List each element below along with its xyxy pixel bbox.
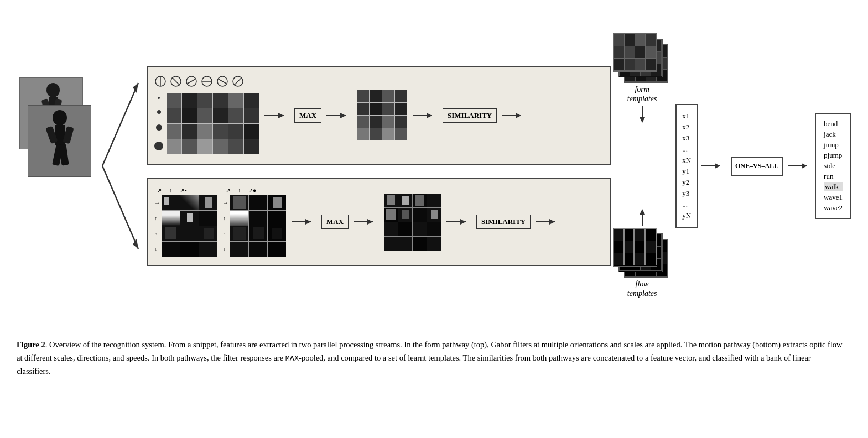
similarity-arrow-right-svg	[499, 107, 527, 124]
max-label-bottom: MAX	[321, 215, 349, 229]
flow-grid-small-wrapper: ↗↑↗ →↑←↓	[154, 195, 217, 257]
dot-small	[158, 97, 160, 99]
input-images	[17, 50, 97, 282]
flow-grids-section: • ↗↑↗ →↑←↓	[154, 187, 286, 257]
direction-labels-top2: ↗↑↗	[226, 187, 253, 194]
label-jump: jump	[824, 140, 843, 149]
figure-number: Figure 2	[17, 340, 45, 349]
label-run: run	[824, 172, 843, 181]
flow-grid-small-container: • ↗↑↗ →↑←↓	[154, 187, 217, 257]
diagram-wrapper: MAX	[17, 11, 851, 321]
one-vs-all-arrow	[701, 158, 729, 174]
dot-large	[156, 124, 162, 131]
svg-line-16	[102, 166, 138, 249]
scale-dots	[154, 92, 163, 156]
form-template-stack	[613, 33, 671, 83]
form-templates-label: formtemplates	[627, 85, 657, 104]
label-bend: bend	[824, 119, 843, 128]
dot-xlarge	[154, 142, 163, 150]
label-walk: walk	[824, 182, 843, 191]
flow-templates-section: flowtemplates	[613, 206, 671, 299]
figure-caption: Figure 2. Overview of the recognition sy…	[17, 338, 846, 378]
svg-line-23	[188, 79, 195, 84]
gabor-icon-1	[154, 75, 167, 87]
streams-column: MAX	[147, 66, 611, 266]
motion-pathway-box: • ↗↑↗ →↑←↓	[147, 178, 611, 266]
svg-marker-51	[715, 163, 720, 169]
fv-dots-y: ...	[682, 200, 691, 209]
gabor-filter-grid	[167, 93, 259, 154]
pooled-response-grid	[357, 90, 407, 140]
flow-grid-large-container: ● ↗↑↗ →↑←↓	[223, 187, 286, 257]
gabor-icons-row	[154, 75, 259, 87]
form-templates-section: formtemplates	[613, 33, 671, 126]
svg-marker-17	[133, 239, 138, 249]
flow-templates-up-arrow	[637, 206, 648, 226]
label-wave2: wave2	[824, 204, 843, 212]
similarity-arrow-right-bottom-svg	[533, 213, 560, 230]
svg-marker-41	[367, 219, 373, 225]
label-jack: jack	[824, 130, 843, 139]
split-arrows-svg	[97, 50, 147, 282]
gabor-icon-4	[201, 75, 213, 87]
gabor-icon-6	[232, 75, 244, 87]
svg-line-29	[234, 77, 242, 85]
fv-yN: yN	[682, 211, 691, 220]
dot-medium	[157, 110, 161, 114]
similarity-label-bottom: SIMILARITY	[476, 215, 531, 229]
svg-marker-45	[549, 219, 555, 225]
one-vs-all-arrow-right	[785, 158, 813, 174]
one-vs-all-section: ONE–VS–ALL	[701, 157, 813, 176]
max-arrow-bottom-svg	[292, 213, 319, 230]
max-arrow-section: MAX	[264, 107, 351, 124]
svg-marker-37	[516, 113, 521, 118]
similarity-arrow-section: SIMILARITY	[413, 107, 527, 124]
templates-column: formtemplates	[613, 33, 671, 299]
svg-marker-31	[278, 113, 284, 118]
feature-vector-box: x1 x2 x3 ... xN y1 y2 y3 ... yN	[675, 104, 698, 228]
flow-filter-grid-large	[230, 195, 286, 257]
fv-xN: xN	[682, 156, 691, 165]
form-template-layer-1	[613, 33, 657, 72]
svg-line-27	[219, 79, 226, 84]
pooled-flow-grid	[384, 194, 441, 251]
svg-point-1	[46, 83, 60, 97]
flow-grid-small-row: →↑←↓	[154, 195, 217, 257]
max-arrow-right-svg	[324, 107, 351, 124]
gabor-grid-row	[154, 92, 259, 156]
similarity-label-top: SIMILARITY	[443, 108, 497, 123]
direction-labels-top: ↗↑↗	[157, 187, 184, 194]
arrows-split	[97, 50, 147, 282]
gabor-icon-5	[216, 75, 228, 87]
flow-filter-grid-small	[162, 195, 217, 257]
flow-template-stack	[613, 228, 671, 278]
svg-marker-43	[460, 219, 466, 225]
flow-template-layer-1	[613, 228, 657, 267]
fv-y1: y1	[682, 167, 691, 176]
svg-line-14	[102, 83, 138, 166]
figure-container: MAX	[17, 11, 851, 378]
similarity-arrow-section-bottom: SIMILARITY	[446, 213, 560, 230]
fv-y3: y3	[682, 189, 691, 198]
similarity-arrow-bottom-svg	[446, 213, 474, 230]
svg-marker-39	[305, 219, 311, 225]
class-labels-box: bend jack jump pjump side run walk wave1…	[815, 113, 851, 219]
svg-marker-35	[427, 113, 432, 118]
caption-text: Figure 2. Overview of the recognition sy…	[17, 340, 843, 376]
form-pathway-box: MAX	[147, 66, 611, 165]
caption-body: . Overview of the recognition system. Fr…	[17, 340, 843, 376]
flow-templates-label: flowtemplates	[627, 280, 657, 299]
fv-x2: x2	[682, 123, 691, 132]
caption-monospace-max: MAX	[285, 354, 299, 363]
svg-marker-33	[340, 113, 346, 118]
gabor-icon-3	[185, 75, 197, 87]
max-arrow-svg	[264, 107, 292, 124]
svg-line-21	[172, 77, 180, 85]
gabor-icon-2	[170, 75, 182, 87]
max-arrow-right-bottom-svg	[351, 213, 378, 230]
svg-marker-49	[640, 209, 645, 215]
flow-direction-side2: →↑←↓	[223, 195, 228, 257]
svg-point-8	[53, 110, 67, 126]
label-wave1: wave1	[824, 193, 843, 202]
label-pjump: pjump	[824, 151, 843, 160]
